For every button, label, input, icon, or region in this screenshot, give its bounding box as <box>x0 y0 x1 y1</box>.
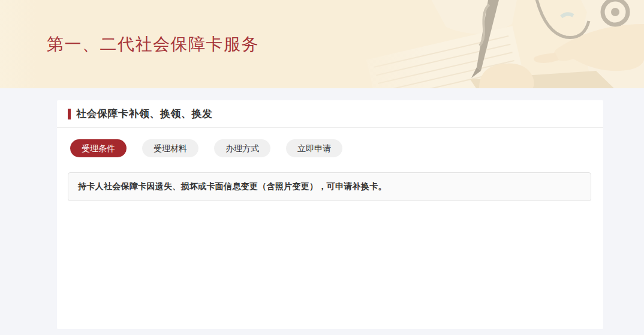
card-header: 社会保障卡补领、换领、换发 <box>57 100 603 128</box>
pointing-finger <box>534 53 559 63</box>
red-accent-bar <box>68 109 71 119</box>
tab-processing-method[interactable]: 办理方式 <box>214 139 270 157</box>
tab-required-materials[interactable]: 受理材料 <box>142 139 198 157</box>
service-card: 社会保障卡补领、换领、换发 受理条件 受理材料 办理方式 立即申请 持卡人社会保… <box>57 100 603 329</box>
notice-text: 持卡人社会保障卡因遗失、损坏或卡面信息变更（含照片变更），可申请补换卡。 <box>78 181 387 191</box>
page-title: 第一、二代社会保障卡服务 <box>47 33 259 56</box>
tab-apply-now[interactable]: 立即申请 <box>286 139 342 157</box>
page-body: 社会保障卡补领、换领、换发 受理条件 受理材料 办理方式 立即申请 持卡人社会保… <box>0 88 644 329</box>
section-title: 社会保障卡补领、换领、换发 <box>76 107 213 121</box>
notice-text-box: 持卡人社会保障卡因遗失、损坏或卡面信息变更（含照片变更），可申请补换卡。 <box>68 172 591 201</box>
tab-acceptance-conditions[interactable]: 受理条件 <box>70 139 127 157</box>
pointing-hand <box>554 24 644 71</box>
tab-bar: 受理条件 受理材料 办理方式 立即申请 <box>70 139 592 157</box>
banner-photo <box>338 0 644 88</box>
page-banner: 第一、二代社会保障卡服务 <box>0 0 644 88</box>
